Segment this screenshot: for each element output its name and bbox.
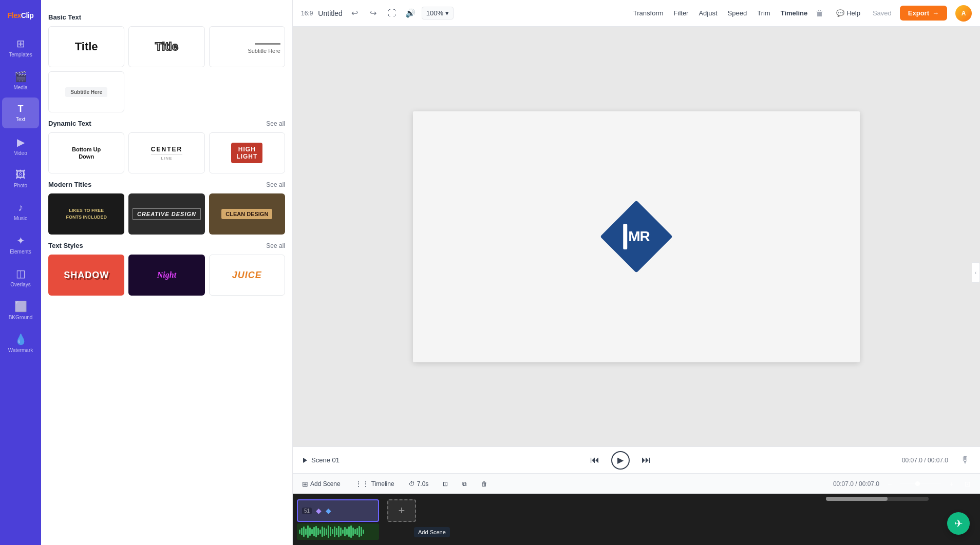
- canvas-area: MR: [293, 27, 980, 446]
- sidebar-item-label: Photo: [14, 183, 27, 188]
- avatar[interactable]: A: [955, 5, 972, 22]
- modern-titles-see-all[interactable]: See all: [266, 181, 285, 188]
- help-label: Help: [846, 9, 860, 17]
- clean-design-text: CLEAN DESIGN: [221, 209, 272, 219]
- zoom-control[interactable]: 100% ▾: [422, 7, 454, 20]
- add-scene-timeline-button[interactable]: +: [387, 499, 416, 522]
- fit-button[interactable]: ⊡: [962, 478, 974, 490]
- sidebar-item-label: Music: [14, 216, 27, 221]
- left-panel: Basic Text Title Title ▬▬▬▬▬ Subtitle He…: [41, 0, 293, 545]
- zoom-out-button[interactable]: −: [883, 478, 896, 490]
- zoom-slider-thumb[interactable]: [915, 481, 920, 486]
- play-triangle-icon: [303, 458, 307, 463]
- audio-track-row: [293, 521, 980, 540]
- center-card-content: CENTER LINE: [151, 146, 182, 161]
- ratio-badge: 16:9: [301, 10, 313, 17]
- modern-card-fonts[interactable]: LIKES TO FREEFONTS INCLUDED: [48, 193, 124, 235]
- help-button[interactable]: 💬 Help: [832, 7, 864, 19]
- sidebar-item-bkground[interactable]: ⬜ BKGround: [2, 295, 39, 325]
- timeline-tool-button[interactable]: ⋮⋮ Timeline: [352, 478, 398, 490]
- topbar-left: 16:9 Untitled ↩ ↪ ⛶: [301, 6, 399, 21]
- text-card-title-outline[interactable]: Title: [128, 26, 204, 67]
- dynamic-text-grid: Bottom Up Down CENTER LINE HIGH LIGHT: [48, 132, 285, 173]
- app-logo: FlexClip: [5, 5, 36, 26]
- sidebar-item-watermark[interactable]: 💧 Watermark: [2, 327, 39, 358]
- sidebar-item-label: Templates: [9, 52, 32, 57]
- audio-waveform: [297, 523, 379, 540]
- zoom-slider-container: [900, 483, 941, 484]
- zoom-slider-track: [900, 483, 941, 484]
- style-card-shadow[interactable]: SHADOW: [48, 255, 124, 296]
- juice-style-text: JUICE: [232, 270, 262, 281]
- text-styles-header: Text Styles See all: [48, 242, 285, 249]
- mic-icon[interactable]: 🎙: [960, 455, 970, 465]
- time-current: 00:07.0: [902, 457, 922, 464]
- text-styles-see-all[interactable]: See all: [266, 242, 285, 249]
- sidebar-item-overlays[interactable]: ◫ Overlays: [2, 262, 39, 293]
- filter-button[interactable]: Filter: [670, 7, 693, 19]
- dynamic-card-bottom-up[interactable]: Bottom Up Down: [48, 132, 124, 173]
- doc-title: Untitled: [318, 9, 342, 17]
- style-card-night[interactable]: Night: [128, 255, 204, 296]
- sidebar-item-music[interactable]: ♪ Music: [2, 196, 39, 227]
- play-pause-button[interactable]: ▶: [611, 451, 630, 470]
- copy-icon: ⧉: [462, 480, 467, 488]
- undo-button[interactable]: ↩: [348, 6, 362, 21]
- chat-bubble-icon: ✈: [954, 517, 963, 530]
- dynamic-card-center[interactable]: CENTER LINE: [128, 132, 204, 173]
- waveform-bar: [326, 529, 327, 535]
- add-scene-button[interactable]: ⊞ Add Scene: [299, 478, 344, 490]
- waveform-bar: [356, 528, 358, 535]
- shadow-style-text: SHADOW: [64, 270, 109, 281]
- zoom-in-button[interactable]: +: [945, 478, 957, 490]
- delete-icon[interactable]: 🗑: [816, 9, 824, 18]
- modern-titles-title: Modern Titles: [48, 181, 91, 188]
- trim-button[interactable]: Trim: [753, 7, 775, 19]
- sidebar-item-label: Text: [16, 116, 25, 122]
- speed-button[interactable]: Speed: [724, 7, 751, 19]
- modern-card-creative[interactable]: CREATIVE DESIGN: [128, 193, 204, 235]
- text-card-subtitle-right[interactable]: ▬▬▬▬▬ Subtitle Here: [209, 26, 285, 67]
- waveform-bar: [319, 530, 321, 534]
- title-outline-text: Title: [155, 40, 178, 53]
- sidebar-item-text[interactable]: T Text: [2, 98, 39, 128]
- redo-button[interactable]: ↪: [366, 6, 381, 21]
- chat-bubble-button[interactable]: ✈: [947, 512, 970, 535]
- add-scene-icon: ⊞: [302, 480, 308, 488]
- skip-back-button[interactable]: ⏮: [587, 452, 603, 469]
- modern-card-clean[interactable]: CLEAN DESIGN: [209, 193, 285, 235]
- dynamic-text-header: Dynamic Text See all: [48, 120, 285, 127]
- sidebar-item-media[interactable]: 🎬 Media: [2, 65, 39, 95]
- split-tool-button[interactable]: ⊡: [440, 479, 451, 489]
- waveform-bar: [313, 527, 315, 536]
- sidebar-item-photo[interactable]: 🖼 Photo: [2, 163, 39, 194]
- bkground-icon: ⬜: [14, 300, 27, 313]
- sidebar-item-elements[interactable]: ✦ Elements: [2, 229, 39, 260]
- fullscreen-button[interactable]: ⛶: [385, 6, 399, 21]
- sidebar-item-label: Watermark: [8, 347, 33, 353]
- text-card-subtitle-badge[interactable]: Subtitle Here: [48, 71, 124, 112]
- text-card-title-bold[interactable]: Title: [48, 26, 124, 67]
- adjust-button[interactable]: Adjust: [694, 7, 721, 19]
- dynamic-card-highlight[interactable]: HIGH LIGHT: [209, 132, 285, 173]
- waveform-bar: [317, 528, 319, 535]
- scene-clip-1[interactable]: 51 ◆ ◆: [297, 499, 379, 522]
- scene-label: Scene 01: [303, 456, 340, 464]
- skip-forward-button[interactable]: ⏭: [638, 452, 654, 469]
- canvas: MR: [413, 111, 860, 362]
- copy-tool-button[interactable]: ⧉: [459, 479, 470, 489]
- mr-letters-text: MR: [628, 228, 650, 245]
- style-card-juice[interactable]: JUICE: [209, 255, 285, 296]
- sidebar-item-label: Overlays: [10, 282, 30, 287]
- highlight-light-text: LIGHT: [236, 153, 257, 160]
- volume-icon[interactable]: 🔊: [405, 8, 416, 18]
- sidebar-item-templates[interactable]: ⊞ Templates: [2, 32, 39, 63]
- transform-button[interactable]: Transform: [629, 7, 668, 19]
- export-button[interactable]: Export →: [900, 6, 947, 21]
- delete-tool-button[interactable]: 🗑: [478, 479, 491, 489]
- dynamic-text-see-all[interactable]: See all: [266, 120, 285, 127]
- clip-icon-1: ◆: [316, 507, 322, 515]
- export-arrow-icon: →: [932, 9, 939, 17]
- timeline-tracks: 51 ◆ ◆ + Add Scene: [293, 494, 980, 545]
- sidebar-item-video[interactable]: ▶ Video: [2, 130, 39, 161]
